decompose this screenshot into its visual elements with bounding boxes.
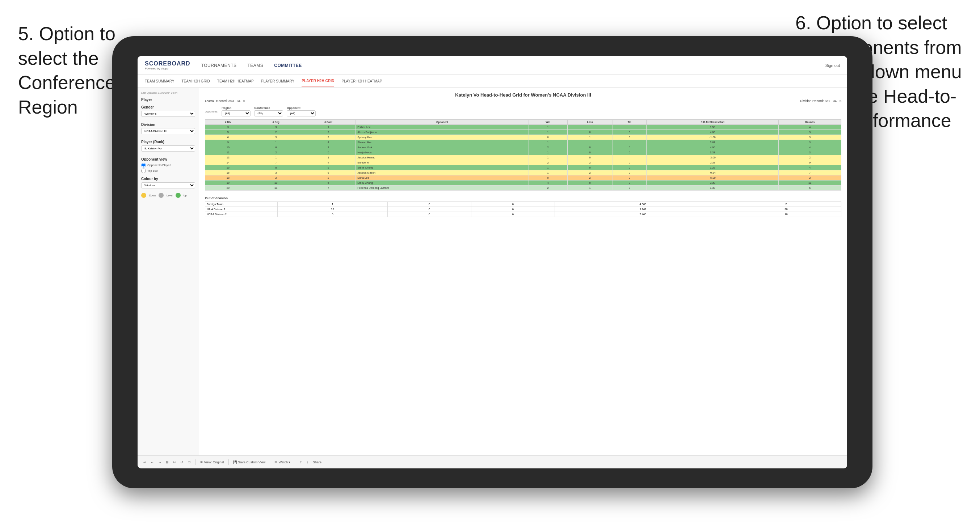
cell-opponent: Jessica Mason xyxy=(356,170,528,175)
cell-diff: -1.00 xyxy=(647,135,779,140)
player-rank-select[interactable]: 8. Katelyn Vo xyxy=(141,145,195,152)
opponent-filter-select[interactable]: (All) xyxy=(287,110,316,116)
toolbar-forward[interactable]: → xyxy=(158,460,161,464)
toolbar-expand[interactable]: ↕ xyxy=(307,460,309,464)
sidebar-player-label: Player xyxy=(141,98,195,102)
app-container: SCOREBOARD Powered by clippd TOURNAMENTS… xyxy=(138,56,847,468)
subnav-team-h2h-grid[interactable]: TEAM H2H GRID xyxy=(182,76,210,86)
cell-diff: 0.30 xyxy=(647,181,779,186)
cell-conf: 1 xyxy=(301,155,356,160)
subnav-team-summary[interactable]: TEAM SUMMARY xyxy=(145,76,175,86)
nav-item-committee[interactable]: COMMITTEE xyxy=(274,61,302,70)
cell-opponent: Jessica Huang xyxy=(356,155,528,160)
division-record: Division Record: 331 - 34 - 6 xyxy=(800,99,842,103)
toolbar-cut[interactable]: ✂ xyxy=(173,460,176,464)
out-of-division-label: Out of division xyxy=(205,197,842,200)
cell-reg: 2 xyxy=(251,150,301,155)
toolbar-back[interactable]: ← xyxy=(151,460,154,464)
cell-reg: 11 xyxy=(251,186,301,190)
cell-reg: 2 xyxy=(251,130,301,135)
cell-win: 2 xyxy=(528,160,567,165)
cell-rounds: 4 xyxy=(779,165,842,170)
record-row: Overall Record: 353 - 34 - 6 Division Re… xyxy=(205,99,842,103)
toolbar-divider-1 xyxy=(195,459,196,465)
cell-tie xyxy=(612,125,647,130)
radio-opponents-played[interactable]: Opponents Played xyxy=(141,163,195,167)
nav-item-tournaments[interactable]: TOURNAMENTS xyxy=(201,61,237,70)
cell-tie xyxy=(612,140,647,145)
toolbar-divider-2 xyxy=(228,459,229,465)
cell-rounds: 2 xyxy=(779,175,842,181)
toolbar-rotate[interactable]: ↺ xyxy=(180,460,183,464)
col-diff: Diff Av Strokes/Rnd xyxy=(647,120,779,125)
division-select[interactable]: NCAA Division III xyxy=(141,128,195,134)
cell-div: 3 xyxy=(205,125,251,130)
cell-win: 0 xyxy=(528,175,567,181)
subnav-player-h2h-heatmap[interactable]: PLAYER H2H HEATMAP xyxy=(341,76,382,86)
content-area: Katelyn Vo Head-to-Head Grid for Women's… xyxy=(199,88,847,456)
sub-nav: TEAM SUMMARY TEAM H2H GRID TEAM H2H HEAT… xyxy=(138,75,847,88)
cell-conf: 2 xyxy=(301,130,356,135)
region-filter-select[interactable]: (All) xyxy=(221,110,251,116)
cell-diff: 1.25 xyxy=(647,165,779,170)
logo-area: SCOREBOARD Powered by clippd xyxy=(145,60,191,70)
out-of-division-table: Foreign Team 1 0 0 4.500 2 NAIA Division… xyxy=(205,202,842,217)
gender-select[interactable]: Women's xyxy=(141,111,195,117)
subnav-player-h2h-grid[interactable]: PLAYER H2H GRID xyxy=(302,76,334,86)
cell-diff: 3.67 xyxy=(647,140,779,145)
conference-filter-group: Conference (All) xyxy=(254,106,283,116)
toolbar-save-custom-view[interactable]: 💾 Save Custom View xyxy=(233,460,266,464)
cell-loss: 1 xyxy=(567,135,612,140)
table-row: 5 2 2 Alexis Sudjianto 1 0 0 4.00 3 xyxy=(205,130,842,135)
cell-opponent: Euna Lee xyxy=(356,175,528,181)
cell-reg: 3 xyxy=(251,125,301,130)
subnav-player-summary[interactable]: PLAYER SUMMARY xyxy=(261,76,294,86)
out-table-row: Foreign Team 1 0 0 4.500 2 xyxy=(205,202,842,207)
colour-legend: Down Level Up xyxy=(141,193,195,198)
cell-win: 1 xyxy=(528,165,567,170)
toolbar-share[interactable]: Share xyxy=(313,460,321,464)
out-cell-loss: 0 xyxy=(388,202,471,207)
out-cell-rounds: 30 xyxy=(731,207,841,212)
cell-rounds: 3 xyxy=(779,140,842,145)
out-cell-diff: 7.400 xyxy=(555,212,731,217)
toolbar-grid[interactable]: ⊞ xyxy=(166,460,169,464)
conference-filter-select[interactable]: (All) xyxy=(254,110,283,116)
table-row: 10 6 3 Andrea York 2 0 0 4.00 4 xyxy=(205,145,842,150)
cell-opponent: Sharon Mun xyxy=(356,140,528,145)
toolbar-view-original[interactable]: 👁 View: Original xyxy=(200,460,224,464)
subnav-team-h2h-heatmap[interactable]: TEAM H2H HEATMAP xyxy=(217,76,254,86)
radio-top-100[interactable]: Top 100 xyxy=(141,168,195,173)
cell-loss: 0 xyxy=(567,165,612,170)
col-tie: Tie xyxy=(612,120,647,125)
cell-conf: 5 xyxy=(301,165,356,170)
cell-loss: 0 xyxy=(567,150,612,155)
cell-tie: 0 xyxy=(612,175,647,181)
cell-tie: 0 xyxy=(612,150,647,155)
cell-loss: 0 xyxy=(567,155,612,160)
cell-div: 10 xyxy=(205,145,251,150)
toolbar-timer[interactable]: ⏱ xyxy=(188,460,191,464)
toolbar-watch[interactable]: 👁 Watch ▾ xyxy=(274,460,290,464)
toolbar-upload[interactable]: ⇧ xyxy=(299,460,302,464)
toolbar-undo[interactable]: ↩ xyxy=(143,460,146,464)
colour-select[interactable]: Win/loss xyxy=(141,182,195,189)
cell-conf: 5 xyxy=(301,150,356,155)
cell-diff: 1.33 xyxy=(647,186,779,190)
cell-diff: -5.00 xyxy=(647,175,779,181)
cell-div: 20 xyxy=(205,186,251,190)
nav-item-teams[interactable]: TEAMS xyxy=(248,61,264,70)
cell-div: 9 xyxy=(205,140,251,145)
opponents-filter-label: Opponents: xyxy=(205,110,218,113)
colour-up-label: Up xyxy=(183,194,187,197)
out-cell-diff: 9.267 xyxy=(555,207,731,212)
sign-out-link[interactable]: Sign out xyxy=(826,63,840,68)
cell-tie: 0 xyxy=(612,145,647,150)
cell-div: 16 xyxy=(205,170,251,175)
cell-diff: 0.38 xyxy=(647,160,779,165)
table-row: 13 1 1 Jessica Huang 1 0 -3.00 2 xyxy=(205,155,842,160)
out-cell-win: 5 xyxy=(278,212,388,217)
cell-rounds: 7 xyxy=(779,170,842,175)
opponent-filter-label: Opponent xyxy=(287,106,316,110)
cell-reg: 1 xyxy=(251,155,301,160)
